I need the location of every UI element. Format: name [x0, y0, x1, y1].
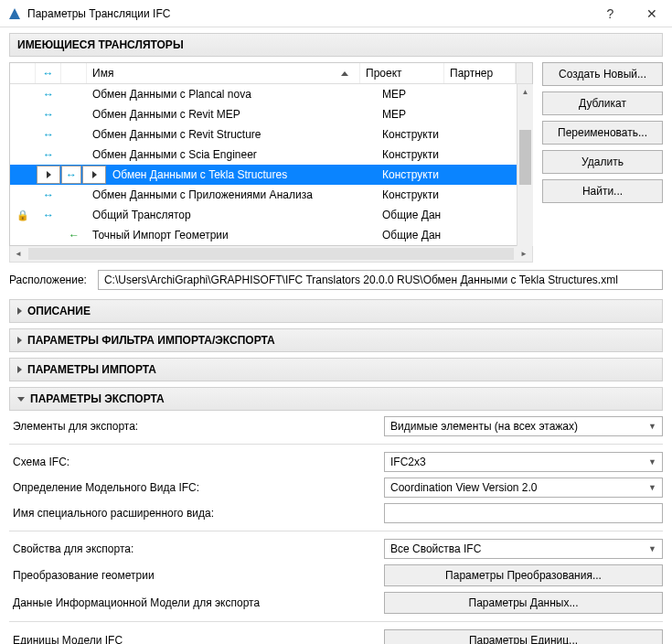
scroll-right-icon[interactable]: ►: [516, 246, 532, 263]
col-partner[interactable]: Партнер: [444, 63, 516, 83]
lock-icon: 🔒: [16, 209, 29, 220]
direction-icon: ↔: [61, 166, 81, 184]
delete-button[interactable]: Удалить: [542, 150, 663, 174]
section-import-params[interactable]: ПАРАМЕТРЫ ИМПОРТА: [9, 358, 663, 381]
table-row[interactable]: ↔Обмен Данными с Приложениями АнализаКон…: [10, 185, 532, 205]
col-scroll-gutter: [516, 63, 532, 83]
direction-icon: ↔: [36, 148, 61, 161]
play-button-right[interactable]: [82, 166, 106, 184]
rename-button[interactable]: Переименовать...: [542, 121, 663, 145]
titlebar: Параметры Трансляции IFC ? ✕: [0, 0, 672, 27]
col-name[interactable]: Имя: [87, 63, 360, 83]
ext-view-input[interactable]: [384, 503, 663, 523]
section-translators: ИМЕЮЩИЕСЯ ТРАНСЛЯТОРЫ: [9, 33, 663, 57]
row-project: Конструкти: [377, 148, 461, 161]
find-button[interactable]: Найти...: [542, 179, 663, 203]
bim-data-label: Данные Информационной Модели для экспорт…: [9, 596, 384, 609]
elements-export-label: Элементы для экспорта:: [9, 420, 384, 433]
mvd-select[interactable]: Coordination View Version 2.0▼: [384, 478, 663, 498]
direction-icon: ↔: [36, 188, 61, 201]
direction-icon: ↔: [36, 128, 61, 141]
col-lock[interactable]: [10, 63, 36, 83]
scroll-thumb[interactable]: [519, 130, 531, 185]
dropdown-icon: ▼: [648, 544, 656, 553]
props-export-select[interactable]: Все Свойства IFC▼: [384, 539, 663, 559]
row-project: Конструкти: [377, 188, 461, 201]
row-project: Конструкти: [377, 128, 461, 141]
vertical-scrollbar[interactable]: ▲ ▼: [517, 84, 533, 263]
chevron-down-icon: [17, 397, 25, 402]
section-translators-title: ИМЕЮЩИЕСЯ ТРАНСЛЯТОРЫ: [17, 38, 184, 51]
row-project: Общие Дан: [377, 229, 461, 242]
scroll-up-icon[interactable]: ▲: [517, 84, 533, 101]
dropdown-icon: ▼: [648, 483, 656, 492]
grid-header: ↔ Имя Проект Партнер: [10, 63, 532, 84]
dropdown-icon: ▼: [648, 422, 656, 431]
sort-asc-icon: [341, 71, 348, 76]
scroll-thumb-h[interactable]: [28, 248, 514, 260]
row-project: MEP: [377, 108, 461, 121]
row-name: Точный Импорт Геометрии: [87, 229, 377, 242]
row-project: Конструкти: [377, 168, 461, 181]
row-name: Обмен Данными с Plancal nova: [87, 88, 377, 101]
play-icon: [92, 171, 97, 178]
schema-select[interactable]: IFC2x3▼: [384, 452, 663, 472]
table-row[interactable]: ←Точный Импорт ГеометрииОбщие Дан: [10, 225, 532, 245]
geom-label: Преобразование геометрии: [9, 569, 384, 582]
translators-grid[interactable]: ↔ Имя Проект Партнер ↔Обмен Данными с Pl…: [9, 62, 533, 246]
play-icon: [47, 171, 51, 178]
table-row[interactable]: ↔Обмен Данными с Revit StructureКонструк…: [10, 124, 532, 145]
direction-icon: ↔: [36, 88, 61, 101]
row-name: Общий Транслятор: [87, 209, 377, 221]
geom-params-button[interactable]: Параметры Преобразования...: [384, 564, 663, 586]
chevron-right-icon: [17, 366, 22, 373]
ext-view-label: Имя специального расширенного вида:: [9, 507, 384, 520]
units-params-button[interactable]: Параметры Единиц...: [384, 629, 663, 644]
section-filter-params[interactable]: ПАРАМЕТРЫ ФИЛЬТРА ИМПОРТА/ЭКСПОРТА: [9, 328, 663, 352]
direction-icon: ↔: [36, 108, 61, 121]
direction-icon: ←: [61, 229, 87, 242]
table-row[interactable]: ↔Обмен Данными с Plancal novaMEP: [10, 84, 532, 104]
table-row[interactable]: ↔Обмен Данными с Scia EngineerКонструкти: [10, 145, 532, 165]
window-title: Параметры Трансляции IFC: [27, 7, 590, 20]
mvd-label: Определение Модельного Вида IFC:: [9, 481, 384, 494]
horizontal-scrollbar[interactable]: ◄ ►: [9, 246, 533, 263]
svg-marker-0: [9, 8, 20, 19]
schema-label: Схема IFC:: [9, 456, 384, 468]
elements-export-select[interactable]: Видимые элементы (на всех этажах)▼: [384, 416, 663, 436]
col-project[interactable]: Проект: [360, 63, 444, 83]
location-input[interactable]: C:\Users\ArchiGraphi\GRAPHISOFT\IFC Tran…: [98, 270, 663, 290]
row-name: Обмен Данными с Revit Structure: [87, 128, 377, 141]
props-export-label: Свойства для экспорта:: [9, 542, 384, 555]
section-description[interactable]: ОПИСАНИЕ: [9, 299, 663, 323]
create-new-button[interactable]: Создать Новый...: [542, 62, 663, 86]
table-row[interactable]: 🔒↔Общий ТрансляторОбщие Дан: [10, 205, 532, 225]
close-button[interactable]: ✕: [631, 0, 672, 27]
units-label: Единицы Модели IFC: [9, 634, 384, 644]
col-dir-both-icon[interactable]: ↔: [36, 63, 61, 83]
scroll-left-icon[interactable]: ◄: [10, 246, 27, 263]
row-project: MEP: [377, 88, 461, 101]
col-dir[interactable]: [61, 63, 87, 83]
row-name: Обмен Данными с Revit MEP: [87, 108, 377, 121]
play-button-left[interactable]: [37, 166, 60, 184]
chevron-right-icon: [17, 337, 22, 344]
chevron-right-icon: [17, 307, 22, 315]
duplicate-button[interactable]: Дубликат: [542, 91, 663, 115]
row-name: Обмен Данными с Tekla Structures: [107, 168, 377, 181]
table-row[interactable]: ↔Обмен Данными с Revit MEPMEP: [10, 104, 532, 124]
table-row[interactable]: ↔Обмен Данными с Tekla StructuresКонстру…: [10, 165, 532, 185]
row-name: Обмен Данными с Приложениями Анализа: [87, 188, 377, 201]
section-export-params[interactable]: ПАРАМЕТРЫ ЭКСПОРТА: [9, 387, 663, 411]
app-icon: [7, 6, 22, 21]
help-button[interactable]: ?: [590, 0, 631, 27]
location-label: Расположение:: [9, 274, 87, 286]
row-name: Обмен Данными с Scia Engineer: [87, 148, 377, 161]
dropdown-icon: ▼: [648, 457, 656, 467]
direction-icon: ↔: [36, 209, 61, 221]
bim-data-params-button[interactable]: Параметры Данных...: [384, 592, 663, 614]
row-project: Общие Дан: [377, 209, 461, 221]
